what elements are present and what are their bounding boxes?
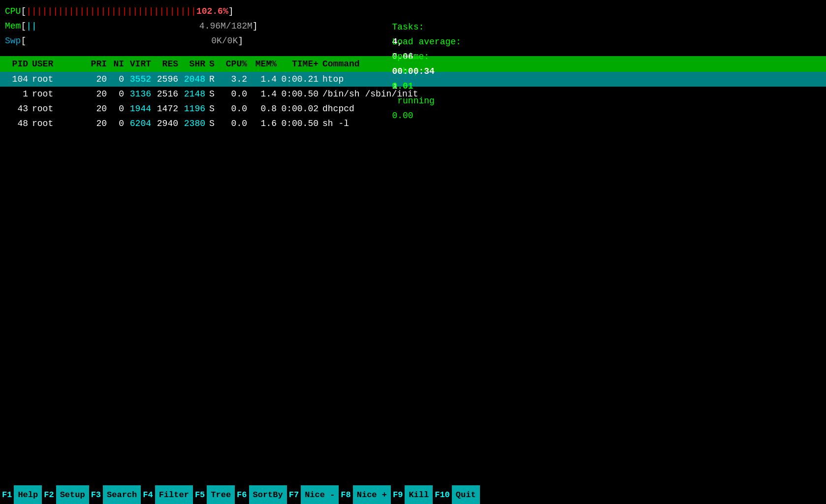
f7-label: Nice - (301, 485, 339, 504)
res: 2516 (155, 89, 182, 99)
f6-key: F6 (235, 485, 249, 504)
cpu-stat-line: CPU [ |||||||||||||||||||||||||||||||| 1… (5, 4, 330, 19)
res: 1472 (155, 104, 182, 114)
f9-key: F9 (391, 485, 405, 504)
header-section: CPU [ |||||||||||||||||||||||||||||||| 1… (0, 4, 826, 49)
cpu-pct: 0.0 (222, 89, 251, 99)
pri: 20 (86, 89, 111, 99)
cpu-pct: 3.2 (222, 74, 251, 84)
shr: 2380 (182, 119, 209, 128)
pri: 20 (86, 74, 111, 84)
virt: 6204 (128, 119, 155, 128)
f6-label: SortBy (249, 485, 287, 504)
cpu-pct: 0.0 (222, 119, 251, 128)
tasks-line: Tasks: 4, 0 thr; 1 running (349, 5, 821, 20)
col-header-user: USER (32, 59, 86, 69)
mem-pct: 1.6 (251, 119, 281, 128)
footer: F1 Help F2 Setup F3 Search F4 Filter F5 … (0, 485, 826, 504)
mem-stat-line: Mem [ || 4.96M/182M ] (5, 19, 330, 33)
f9-label: Kill (405, 485, 433, 504)
command: sh -l (322, 119, 821, 128)
col-header-pid: PID (5, 59, 32, 69)
footer-f1[interactable]: F1 Help (0, 485, 42, 504)
user: root (32, 104, 86, 114)
shr: 2048 (182, 74, 209, 84)
cpu-pct: 0.0 (222, 104, 251, 114)
table-row[interactable]: 48 root 20 0 6204 2940 2380 S 0.0 1.6 0:… (0, 116, 826, 131)
ni: 0 (111, 74, 128, 84)
ni: 0 (111, 89, 128, 99)
col-header-shr: SHR (182, 59, 209, 69)
cpu-bar-used: |||||||||||||||||||||||||||||||| (26, 4, 196, 19)
pid: 104 (5, 74, 32, 84)
cpu-label: CPU (5, 4, 21, 19)
f10-label: Quit (452, 485, 480, 504)
footer-f9[interactable]: F9 Kill (391, 485, 433, 504)
mem-pct: 1.4 (251, 74, 281, 84)
pid: 48 (5, 119, 32, 128)
pri: 20 (86, 119, 111, 128)
f5-label: Tree (207, 485, 235, 504)
col-header-res: RES (155, 59, 182, 69)
footer-f10[interactable]: F10 Quit (433, 485, 479, 504)
shr: 2148 (182, 89, 209, 99)
res: 2940 (155, 119, 182, 128)
command: dhcpcd (322, 104, 821, 114)
f3-label: Search (103, 485, 141, 504)
res: 2596 (155, 74, 182, 84)
footer-f2[interactable]: F2 Setup (42, 485, 89, 504)
virt: 1944 (128, 104, 155, 114)
f2-key: F2 (42, 485, 56, 504)
swp-label: Swp (5, 33, 21, 48)
f2-label: Setup (56, 485, 89, 504)
col-header-cmd: Command (322, 59, 821, 69)
state: S (209, 89, 222, 99)
pri: 20 (86, 104, 111, 114)
col-header-mem: MEM% (251, 59, 281, 69)
footer-f6[interactable]: F6 SortBy (235, 485, 287, 504)
footer-f8[interactable]: F8 Nice + (339, 485, 391, 504)
col-header-s: S (209, 59, 222, 69)
virt: 3136 (128, 89, 155, 99)
f10-key: F10 (433, 485, 452, 504)
f1-label: Help (14, 485, 42, 504)
col-header-virt: VIRT (128, 59, 155, 69)
command: /bin/sh /sbin/init (322, 89, 821, 99)
swp-stat-line: Swp [ 0K/0K ] (5, 33, 330, 48)
right-stats: Tasks: 4, 0 thr; 1 running Load average:… (349, 4, 821, 49)
footer-f3[interactable]: F3 Search (89, 485, 141, 504)
f5-key: F5 (193, 485, 207, 504)
f1-key: F1 (0, 485, 14, 504)
time-plus: 0:00.50 (281, 119, 322, 128)
col-header-cpu: CPU% (222, 59, 251, 69)
user: root (32, 74, 86, 84)
ni: 0 (111, 104, 128, 114)
mem-bar: || (26, 19, 37, 33)
f3-key: F3 (89, 485, 103, 504)
time-plus: 0:00.21 (281, 74, 322, 84)
swp-value: 0K/0K (211, 33, 238, 48)
f8-label: Nice + (353, 485, 391, 504)
state: S (209, 104, 222, 114)
footer-f4[interactable]: F4 Filter (141, 485, 193, 504)
user: root (32, 119, 86, 128)
mem-pct: 0.8 (251, 104, 281, 114)
shr: 1196 (182, 104, 209, 114)
mem-value: 4.96M/182M (199, 19, 253, 33)
cpu-percent: 102.6% (196, 4, 228, 19)
terminal: CPU [ |||||||||||||||||||||||||||||||| 1… (0, 0, 826, 504)
pid: 43 (5, 104, 32, 114)
pid: 1 (5, 89, 32, 99)
ni: 0 (111, 119, 128, 128)
time-plus: 0:00.50 (281, 89, 322, 99)
mem-label: Mem (5, 19, 21, 33)
time-plus: 0:00.02 (281, 104, 322, 114)
col-header-time: TIME+ (281, 59, 322, 69)
mem-pct: 1.4 (251, 89, 281, 99)
state: R (209, 74, 222, 84)
footer-f7[interactable]: F7 Nice - (287, 485, 339, 504)
virt: 3552 (128, 74, 155, 84)
f4-key: F4 (141, 485, 155, 504)
f8-key: F8 (339, 485, 352, 504)
footer-f5[interactable]: F5 Tree (193, 485, 235, 504)
